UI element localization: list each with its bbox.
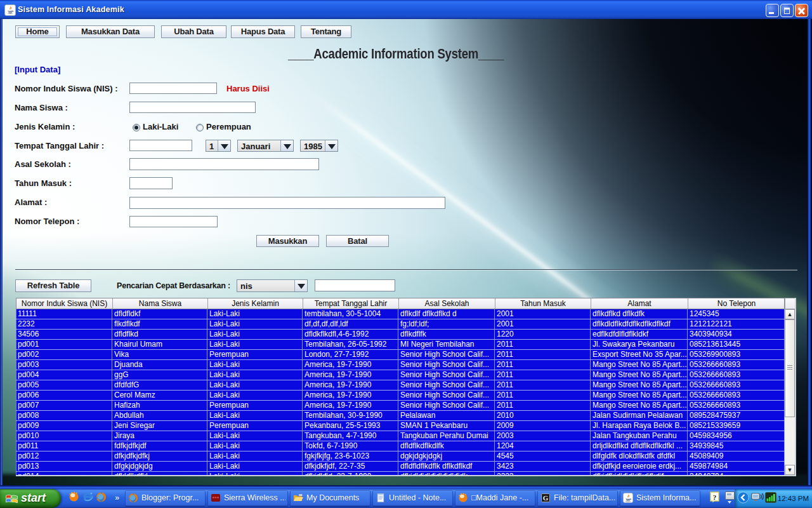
svg-text:?: ? bbox=[713, 493, 717, 501]
svg-text:G: G bbox=[543, 494, 549, 502]
